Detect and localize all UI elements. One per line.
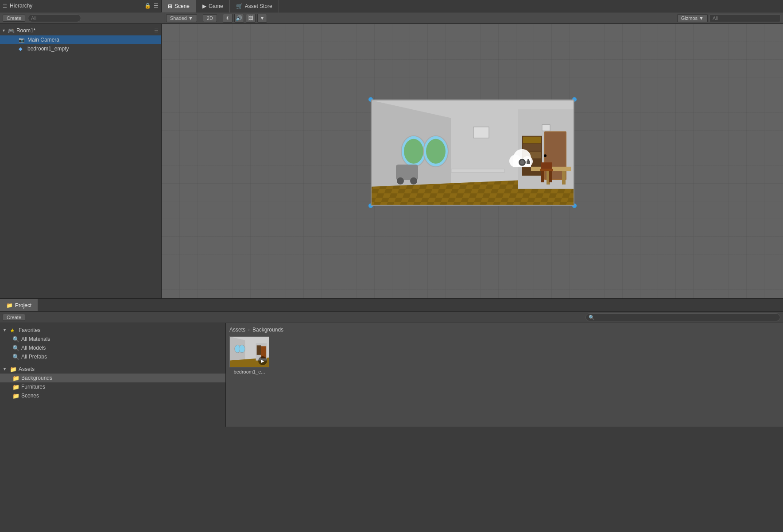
tree-all-prefabs[interactable]: 🔍 All Prefabs xyxy=(0,352,225,361)
breadcrumb-backgrounds: Backgrounds xyxy=(252,327,283,333)
favorites-star-icon: ★ xyxy=(10,327,17,334)
toolbar-separator-2 xyxy=(220,15,220,22)
camera-preview-container xyxy=(371,100,574,206)
all-models-label: All Models xyxy=(21,345,46,351)
svg-point-19 xyxy=(544,154,547,157)
hierarchy-options-icon: ☰ xyxy=(154,3,159,9)
tree-favorites[interactable]: ▼ ★ Favorites xyxy=(0,326,225,335)
tree-scenes[interactable]: 📁 Scenes xyxy=(0,391,225,400)
scene-unity-icon: 🎮 xyxy=(8,27,15,34)
gizmos-arrow-icon: ▼ xyxy=(699,15,704,21)
project-search-input[interactable] xyxy=(585,313,780,321)
assets-grid: ▶ bedroom1_e... xyxy=(229,336,779,374)
svg-point-11 xyxy=(404,139,423,164)
gizmos-label: Gizmos xyxy=(681,15,698,21)
tree-spacer xyxy=(0,361,225,365)
all-prefabs-label: All Prefabs xyxy=(21,354,47,360)
favorites-label: Favorites xyxy=(19,327,40,333)
project-content: ▼ ★ Favorites 🔍 All Materials 🔍 All Mode… xyxy=(0,323,783,427)
project-tab-label: Project xyxy=(15,302,31,308)
toolbar-separator-1 xyxy=(200,15,200,22)
backgrounds-folder-icon: 📁 xyxy=(12,375,19,382)
scene-search-input[interactable] xyxy=(709,14,780,22)
asset-bedroom1[interactable]: ▶ bedroom1_e... xyxy=(229,336,269,374)
hierarchy-item-bedroom[interactable]: ◆ bedroom1_empty xyxy=(0,44,161,53)
camera-item-icon: 📷 xyxy=(19,37,26,43)
hierarchy-options-icon2: ☰ xyxy=(154,28,161,34)
asset-label: bedroom1_e... xyxy=(234,369,265,374)
assets-label: Assets xyxy=(19,366,35,372)
hierarchy-item-main-camera[interactable]: 📷 Main Camera xyxy=(0,35,161,44)
search-icon-models: 🔍 xyxy=(12,345,19,351)
breadcrumb-assets: Assets xyxy=(229,327,245,333)
svg-rect-31 xyxy=(473,127,489,138)
bedroom-label: bedroom1_empty xyxy=(27,46,69,52)
lock-icon: 🔒 xyxy=(144,3,151,9)
hierarchy-create-button[interactable]: Create xyxy=(3,15,25,22)
breadcrumb: Assets › Backgrounds xyxy=(229,327,779,333)
tree-all-materials[interactable]: 🔍 All Materials xyxy=(0,335,225,343)
svg-point-50 xyxy=(239,345,245,353)
breadcrumb-separator: › xyxy=(248,327,250,333)
project-tree: ▼ ★ Favorites 🔍 All Materials 🔍 All Mode… xyxy=(0,323,226,427)
asset-store-tab-label: Asset Store xyxy=(245,3,272,9)
svg-rect-33 xyxy=(451,169,504,173)
tab-game[interactable]: ▶ Game xyxy=(196,0,230,12)
main-camera-label: Main Camera xyxy=(27,37,59,43)
scene-tab-label: Scene xyxy=(174,3,190,9)
shaded-dropdown[interactable]: Shaded ▼ xyxy=(166,14,197,22)
svg-point-39 xyxy=(520,160,524,165)
hierarchy-content: ▼ 🎮 Room1* ☰ 📷 Main Camera ◆ bedroom1_em… xyxy=(0,24,161,298)
twod-button[interactable]: 2D xyxy=(203,14,217,22)
svg-point-14 xyxy=(397,177,404,185)
scenes-label: Scenes xyxy=(21,393,39,399)
tree-backgrounds[interactable]: 📁 Backgrounds xyxy=(0,374,225,382)
svg-rect-28 xyxy=(541,171,544,182)
tab-scene[interactable]: ⊞ Scene xyxy=(162,0,196,12)
tree-all-models[interactable]: 🔍 All Models xyxy=(0,343,225,352)
project-create-button[interactable]: Create xyxy=(3,314,25,321)
top-tab-bar: ☰ Hierarchy 🔒 ☰ ⊞ Scene ▶ Game 🛒 Asset S… xyxy=(0,0,783,12)
hierarchy-search-input[interactable] xyxy=(28,14,81,22)
gizmos-dropdown[interactable]: Gizmos ▼ xyxy=(677,14,708,22)
scene-view[interactable] xyxy=(162,24,783,298)
tree-assets[interactable]: ▼ 📁 Assets xyxy=(0,365,225,374)
svg-rect-41 xyxy=(527,159,529,161)
main-layout: ▼ 🎮 Room1* ☰ 📷 Main Camera ◆ bedroom1_em… xyxy=(0,24,783,298)
more-icon-button[interactable]: ▾ xyxy=(257,14,267,23)
shaded-arrow-icon: ▼ xyxy=(188,15,193,21)
bottom-panels: 📁 Project Create ▼ ★ Favorites 🔍 All Mat… xyxy=(0,298,783,427)
svg-rect-32 xyxy=(542,125,550,131)
search-icon-prefabs: 🔍 xyxy=(12,354,19,360)
all-materials-label: All Materials xyxy=(21,336,50,342)
sun-icon-button[interactable]: ☀ xyxy=(223,14,233,23)
scenes-folder-icon: 📁 xyxy=(12,393,19,399)
svg-rect-21 xyxy=(523,137,541,143)
tree-furnitures[interactable]: 📁 Furnitures xyxy=(0,382,225,391)
hierarchy-title: Hierarchy xyxy=(10,3,142,9)
image-icon-button[interactable]: 🖼 xyxy=(246,14,256,23)
scene-background xyxy=(162,24,783,298)
room-scene-svg xyxy=(372,100,574,206)
bedroom-item-icon: ◆ xyxy=(19,46,26,52)
scene-tab-icon: ⊞ xyxy=(168,3,172,9)
svg-rect-40 xyxy=(527,161,530,164)
svg-point-15 xyxy=(410,177,417,185)
hierarchy-menu-icon: ☰ xyxy=(3,3,7,9)
furnitures-label: Furnitures xyxy=(21,384,45,390)
assets-arrow-icon: ▼ xyxy=(3,367,8,371)
scene-arrow-icon: ▼ xyxy=(2,28,6,33)
tab-project[interactable]: 📁 Project xyxy=(0,299,38,311)
tab-asset-store[interactable]: 🛒 Asset Store xyxy=(230,0,279,12)
project-toolbar: Create xyxy=(0,312,783,323)
game-tab-icon: ▶ xyxy=(202,3,206,9)
furnitures-folder-icon: 📁 xyxy=(12,384,19,390)
scene-root-item[interactable]: ▼ 🎮 Room1* ☰ xyxy=(0,26,161,35)
project-tab-icon: 📁 xyxy=(6,302,13,308)
asset-thumbnail: ▶ xyxy=(229,336,269,367)
svg-rect-29 xyxy=(549,171,552,182)
scene-root-label: Room1* xyxy=(16,27,35,34)
hierarchy-panel: ▼ 🎮 Room1* ☰ 📷 Main Camera ◆ bedroom1_em… xyxy=(0,24,162,298)
svg-rect-30 xyxy=(541,162,552,169)
audio-icon-button[interactable]: 🔊 xyxy=(234,14,244,23)
